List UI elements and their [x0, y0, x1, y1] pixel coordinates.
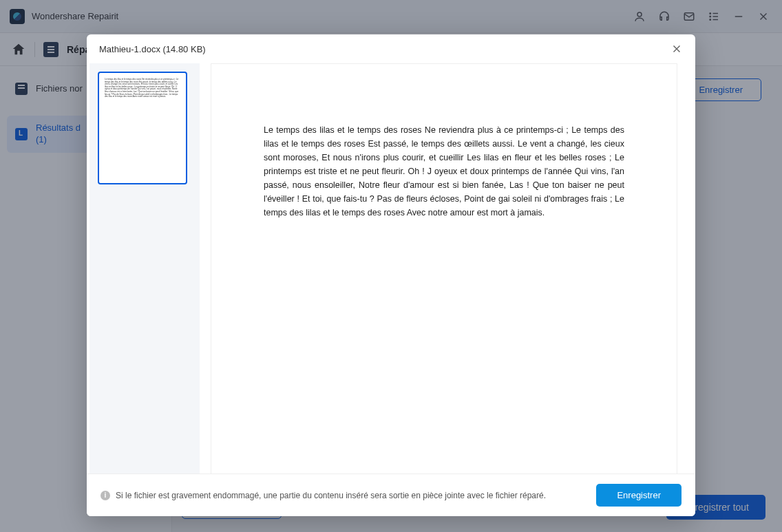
preview-column[interactable]: Le temps des lilas et le temps des roses…: [200, 63, 693, 474]
page-thumbnail[interactable]: Le temps des lilas et le temps des roses…: [98, 72, 187, 184]
modal-footer-note: Si le fichier est gravement endommagé, u…: [116, 491, 546, 500]
info-icon: i: [101, 491, 110, 500]
document-page: Le temps des lilas et le temps des roses…: [211, 63, 677, 474]
preview-modal: Mathieu-1.docx (14.80 KB) Le temps des l…: [87, 34, 695, 516]
document-text: Le temps des lilas et le temps des roses…: [264, 125, 624, 217]
modal-filename: Mathieu-1.docx (14.80 KB): [99, 44, 206, 54]
modal-save-button[interactable]: Enregistrer: [596, 484, 681, 507]
modal-overlay: Mathieu-1.docx (14.80 KB) Le temps des l…: [0, 0, 782, 532]
close-modal-icon[interactable]: [670, 43, 683, 55]
thumbnail-column: Le temps des lilas et le temps des roses…: [89, 63, 200, 474]
